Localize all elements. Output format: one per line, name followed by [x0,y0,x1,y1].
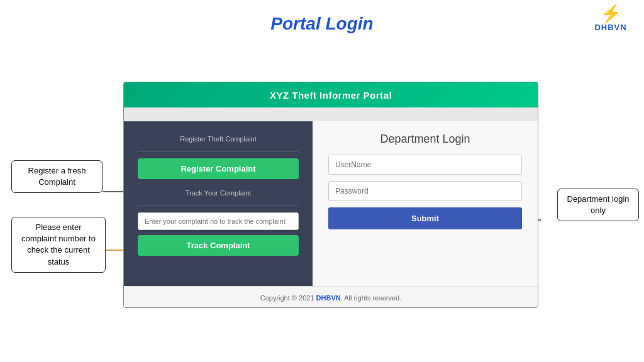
page-title: Portal Login [0,0,644,34]
portal-footer: Copyright © 2021 DHBVN. All rights reser… [124,286,538,308]
submit-button[interactable]: Submit [328,207,522,229]
left-panel: Register Theft Complaint Register Compla… [124,121,313,286]
logo-text: DHBVN [589,23,633,32]
portal-subheader [124,107,538,121]
register-section-label: Register Theft Complaint [138,135,299,143]
track-complaint-input[interactable] [138,212,299,230]
portal-header: XYZ Theft Informer Portal [124,82,538,107]
right-panel: Department Login Submit [313,121,538,286]
divider-track [138,206,299,206]
portal-window: XYZ Theft Informer Portal Register Theft… [123,82,538,308]
callout-register: Register a fresh Complaint [11,160,103,193]
divider-register [138,151,299,152]
portal-content: Register Theft Complaint Register Compla… [124,121,538,286]
track-section-label: Track Your Complaint [138,189,299,197]
lightning-icon: ⚡ [589,5,633,23]
callout-track: Please enter complaint number to check t… [11,217,106,273]
register-complaint-button[interactable]: Register Complaint [138,158,299,179]
dept-login-title: Department Login [328,133,522,146]
portal-header-title: XYZ Theft Informer Portal [270,90,392,101]
password-input[interactable] [328,181,522,201]
username-input[interactable] [328,155,522,175]
footer-text: Copyright © 2021 DHBVN. All rights reser… [260,294,402,302]
logo: ⚡ DHBVN [589,5,633,32]
callout-dept: Department login only [557,189,639,221]
track-complaint-button[interactable]: Track Complaint [138,235,299,256]
